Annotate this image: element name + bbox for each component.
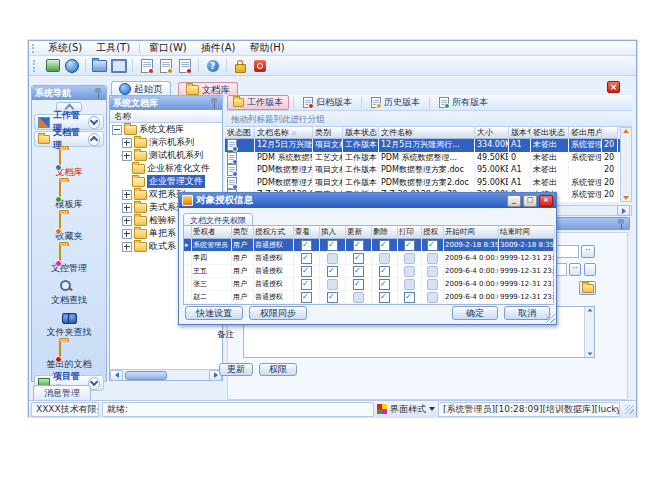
- window-resize-grip[interactable]: [625, 405, 634, 414]
- sidebar-group-document[interactable]: 文档管理: [34, 131, 104, 147]
- expand-icon[interactable]: [122, 138, 132, 148]
- insert-checkbox[interactable]: [327, 253, 338, 264]
- tree-node-selected[interactable]: 企业管理文件: [110, 175, 222, 188]
- print-checkbox[interactable]: [404, 240, 415, 251]
- history-version-button[interactable]: 历史版本: [366, 96, 425, 109]
- delete-checkbox[interactable]: [379, 253, 390, 264]
- permission-button[interactable]: 权限: [259, 363, 297, 376]
- column-view[interactable]: 查看: [294, 226, 320, 239]
- expand-icon[interactable]: [122, 190, 132, 200]
- update-button[interactable]: 更新: [219, 363, 253, 376]
- menubar-grip[interactable]: [32, 44, 37, 53]
- doc-check-icon[interactable]: [156, 57, 175, 74]
- archived-version-button[interactable]: 归档版本: [298, 96, 357, 109]
- tree-node[interactable]: 演示机系列: [110, 136, 222, 149]
- doc-delete-icon[interactable]: [175, 57, 194, 74]
- column-status-icon[interactable]: 状态图: [225, 127, 255, 139]
- column-doc-name[interactable]: 文档名称: [255, 127, 313, 139]
- permission-sync-button[interactable]: 权限同步: [249, 306, 307, 320]
- view-checkbox[interactable]: [301, 240, 312, 251]
- scroll-left-arrow[interactable]: [110, 370, 123, 381]
- column-size[interactable]: 大小: [475, 127, 509, 139]
- grid-row[interactable]: PDM数据整理方案2.doc项目文档 工作版本PDM数据整理方案2.doc 95…: [225, 177, 620, 190]
- workspace-icon[interactable]: [109, 57, 128, 74]
- close-view-button[interactable]: ×: [607, 81, 620, 93]
- expand-icon[interactable]: [122, 242, 132, 252]
- chevron-up-icon[interactable]: [88, 133, 100, 146]
- tree-root[interactable]: 系统文档库: [110, 123, 222, 136]
- ui-style-selector[interactable]: 界面样式: [390, 403, 435, 416]
- expand-icon[interactable]: [122, 203, 132, 213]
- column-auth-mode[interactable]: 授权方式: [254, 226, 294, 239]
- sidebar-item-folder-search[interactable]: 文件夹查找: [32, 310, 106, 339]
- cancel-button[interactable]: 取消: [504, 306, 550, 320]
- print-checkbox[interactable]: [404, 266, 415, 277]
- browse-button[interactable]: ··: [569, 263, 581, 276]
- menu-help[interactable]: 帮助(H): [242, 40, 291, 56]
- globe-icon[interactable]: [62, 57, 81, 74]
- message-management-tab[interactable]: 消息管理: [33, 385, 91, 400]
- browse-button[interactable]: ··: [581, 245, 595, 258]
- column-grantee[interactable]: 受权者: [192, 226, 232, 239]
- view-checkbox[interactable]: [301, 279, 312, 290]
- delete-checkbox[interactable]: [379, 266, 390, 277]
- column-insert[interactable]: 插入: [320, 226, 346, 239]
- menu-plugins[interactable]: 插件(A): [194, 40, 243, 56]
- menu-system[interactable]: 系统(S): [41, 40, 89, 56]
- scroll-up-arrow[interactable]: [623, 129, 629, 133]
- expand-icon[interactable]: [122, 216, 132, 226]
- menu-window[interactable]: 窗口(W): [142, 40, 194, 56]
- textarea-scrollbar[interactable]: [584, 307, 594, 357]
- sidebar-item-favorites[interactable]: 收藏夹: [32, 214, 106, 243]
- authorize-checkbox[interactable]: [427, 253, 438, 264]
- update-checkbox[interactable]: [353, 266, 364, 277]
- column-type[interactable]: 类型: [232, 226, 254, 239]
- sync-computer-icon[interactable]: [43, 57, 62, 74]
- delete-checkbox[interactable]: [379, 292, 390, 303]
- tab-home[interactable]: 起始页: [111, 81, 171, 96]
- ok-button[interactable]: 确定: [452, 306, 498, 320]
- tree-horizontal-scrollbar[interactable]: [110, 369, 222, 380]
- expand-icon[interactable]: [122, 151, 132, 161]
- open-folder-icon[interactable]: [90, 57, 109, 74]
- pin-icon[interactable]: [210, 98, 219, 108]
- grid-row[interactable]: 12月5日万兴隆周行...项目文档 工作版本12月5日万兴隆周行... 334.…: [225, 139, 620, 152]
- permission-row[interactable]: ▸ 系统管理员用户 普通授权 2009-2-18 8:35:573009-2-1…: [184, 239, 553, 252]
- column-cut[interactable]: [602, 127, 618, 139]
- permission-row[interactable]: 赵二用户 普通授权 2009-6-4 0:00:009999-12-31 23:…: [184, 291, 553, 304]
- column-version[interactable]: 版本号: [509, 127, 531, 139]
- update-checkbox[interactable]: [353, 279, 364, 290]
- work-version-button[interactable]: 工作版本: [227, 95, 289, 110]
- open-folder-button[interactable]: [579, 281, 596, 295]
- grid-vertical-scrollbar[interactable]: [620, 127, 632, 202]
- quick-setup-button[interactable]: 快速设置: [185, 306, 243, 320]
- permission-row[interactable]: 张三用户 普通授权 2009-6-4 0:00:009999-12-31 23:…: [184, 278, 553, 291]
- scroll-thumb[interactable]: [125, 371, 167, 380]
- clear-button[interactable]: [584, 263, 596, 276]
- permission-row[interactable]: 王五用户 普通授权 2009-6-4 0:00:009999-12-31 23:…: [184, 265, 553, 278]
- column-file-name[interactable]: 文件名称: [379, 127, 475, 139]
- update-checkbox[interactable]: [353, 292, 364, 303]
- view-checkbox[interactable]: [301, 292, 312, 303]
- insert-checkbox[interactable]: [327, 266, 338, 277]
- update-checkbox[interactable]: [353, 253, 364, 264]
- toolbar-grip[interactable]: [33, 60, 38, 72]
- authorize-checkbox[interactable]: [427, 266, 438, 277]
- print-checkbox[interactable]: [404, 279, 415, 290]
- minimize-button[interactable]: _: [507, 195, 521, 207]
- pin-icon[interactable]: [94, 88, 103, 98]
- insert-checkbox[interactable]: [327, 279, 338, 290]
- pin-icon[interactable]: [617, 219, 626, 229]
- lock-icon[interactable]: [231, 57, 250, 74]
- scroll-right-arrow[interactable]: [617, 205, 630, 216]
- view-checkbox[interactable]: [301, 253, 312, 264]
- sidebar-item-doc-control[interactable]: 文控管理: [32, 246, 106, 275]
- dialog-titlebar[interactable]: 对象授权信息 _ □ ×: [179, 193, 556, 208]
- column-version-state[interactable]: 版本状态: [343, 127, 379, 139]
- scroll-down-arrow[interactable]: [623, 196, 629, 200]
- group-by-bar[interactable]: 拖动列标题到此进行分组: [225, 112, 632, 127]
- print-checkbox[interactable]: [404, 253, 415, 264]
- permission-row[interactable]: 李四用户 普通授权 2009-6-4 0:00:009999-12-31 23:…: [184, 252, 553, 265]
- delete-checkbox[interactable]: [379, 240, 390, 251]
- resize-grip[interactable]: [546, 314, 555, 323]
